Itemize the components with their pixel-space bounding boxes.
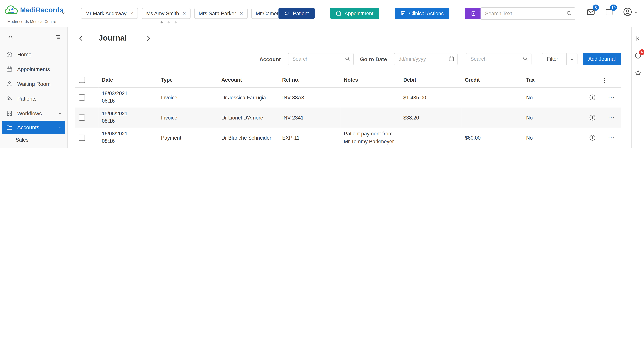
global-search-input[interactable] xyxy=(480,7,576,19)
account-search-input[interactable] xyxy=(288,53,354,65)
cell-tax: No xyxy=(523,87,583,108)
sidebar-subitem-expenses[interactable]: Expenses xyxy=(12,145,64,148)
cell-account: Dr Lionel D'Amore xyxy=(218,108,279,128)
column-header-account[interactable]: Account xyxy=(218,72,279,87)
patient-tab-1[interactable]: Mr Mark Addaway × xyxy=(81,8,138,19)
close-icon[interactable]: × xyxy=(130,10,133,16)
journal-search-input[interactable] xyxy=(466,53,532,65)
chevron-down-icon xyxy=(58,111,62,116)
row-checkbox[interactable] xyxy=(79,94,85,101)
sidebar: Home Appointments Waiting Room Patients … xyxy=(0,27,68,148)
cell-date: 18/03/2021 08:16 xyxy=(98,87,158,108)
recent-activity-clock-icon[interactable]: 4 xyxy=(634,52,641,59)
tab-pager-dot[interactable] xyxy=(161,21,163,23)
cell-date: 16/08/2021 08:16 xyxy=(98,128,158,148)
task-icon xyxy=(471,11,476,16)
column-header-ref-no[interactable]: Ref no. xyxy=(279,72,340,87)
cell-debit: $38.20 xyxy=(400,108,462,128)
accounts-submenu: SalesExpensesDistributionsJournalReconci… xyxy=(0,134,68,148)
clinical-actions-icon xyxy=(400,11,406,16)
table-row[interactable]: 15/06/2021 08:16 Invoice Dr Lionel D'Amo… xyxy=(75,108,621,128)
home-icon xyxy=(6,51,13,57)
appointment-icon xyxy=(336,11,341,16)
patient-tab-label: Mrs Sara Parker xyxy=(199,10,236,16)
info-icon[interactable] xyxy=(589,94,596,101)
search-icon[interactable] xyxy=(522,56,528,61)
cell-debit: $1,435.00 xyxy=(400,87,462,108)
appointment-button[interactable]: Appointment xyxy=(330,8,379,19)
cell-notes xyxy=(340,87,400,108)
mail-icon[interactable]: 8 xyxy=(586,7,595,16)
journal-table: Date Type Account Ref no. Notes Debit Cr… xyxy=(75,72,621,148)
tab-pager-dot[interactable] xyxy=(174,21,176,23)
row-menu-icon[interactable]: ⋯ xyxy=(608,94,615,101)
goto-date-label: Go to Date xyxy=(360,56,387,62)
info-icon[interactable] xyxy=(589,114,596,121)
column-header-credit[interactable]: Credit xyxy=(462,72,523,87)
brand-logo[interactable]: MediRecords xyxy=(4,5,64,15)
back-button[interactable] xyxy=(77,34,85,42)
brand-chevron-down-icon[interactable] xyxy=(61,10,66,15)
close-icon[interactable]: × xyxy=(183,10,186,16)
search-icon[interactable] xyxy=(566,10,572,16)
patient-tab-label: Mr Mark Addaway xyxy=(85,10,126,16)
close-icon[interactable]: × xyxy=(240,10,243,16)
practice-name: Medirecords Medical Centre xyxy=(8,19,56,24)
cell-account: Dr Blanche Schneider xyxy=(218,128,279,148)
cell-ref-no: EXP-11 xyxy=(279,128,340,148)
filter-dropdown[interactable]: Filter xyxy=(542,53,578,65)
patient-tab-2[interactable]: Ms Amy Smith × xyxy=(142,8,190,19)
collapse-sidebar-icon[interactable] xyxy=(8,34,14,40)
select-all-checkbox[interactable] xyxy=(79,77,85,83)
forward-button[interactable] xyxy=(144,34,152,42)
row-menu-icon[interactable]: ⋯ xyxy=(608,134,615,141)
info-icon[interactable] xyxy=(589,134,596,141)
tab-pager-dot[interactable] xyxy=(168,21,170,23)
calendar-icon[interactable] xyxy=(448,56,454,61)
add-journal-button[interactable]: Add Journal xyxy=(583,53,621,65)
user-avatar-icon xyxy=(623,7,632,16)
cell-notes xyxy=(340,108,400,128)
cell-ref-no: INV-33A3 xyxy=(279,87,340,108)
row-checkbox[interactable] xyxy=(79,135,85,141)
table-options-icon[interactable]: ⋮ xyxy=(602,76,608,83)
column-header-type[interactable]: Type xyxy=(158,72,218,87)
global-search xyxy=(480,7,576,19)
table-row[interactable]: 18/03/2021 08:16 Invoice Dr Jessica Farr… xyxy=(75,87,621,108)
brand-name: MediRecords xyxy=(20,6,64,14)
chevron-down-icon[interactable] xyxy=(566,53,577,65)
row-menu-icon[interactable]: ⋯ xyxy=(608,114,615,121)
row-checkbox[interactable] xyxy=(79,114,85,121)
column-header-date[interactable]: Date xyxy=(98,72,158,87)
patient-tab-3[interactable]: Mrs Sara Parker × xyxy=(194,8,248,19)
sidebar-item-patients[interactable]: Patients xyxy=(0,91,68,106)
clinical-actions-button[interactable]: Clinical Actions xyxy=(395,8,450,19)
sidebar-item-accounts[interactable]: Accounts xyxy=(2,121,65,134)
action-button-label: Clinical Actions xyxy=(409,10,444,16)
tabs-scroll-next-icon[interactable]: › xyxy=(261,9,265,17)
header-icons: 8 10 xyxy=(586,7,638,16)
user-menu[interactable] xyxy=(623,7,638,16)
patient-button[interactable]: Patient xyxy=(278,8,314,19)
favorites-star-icon[interactable] xyxy=(634,69,641,76)
page-title: Journal xyxy=(98,34,127,43)
sidebar-subitem-sales[interactable]: Sales xyxy=(12,134,64,145)
accounts-folder-icon xyxy=(6,124,13,131)
action-button-label: Patient xyxy=(293,10,309,16)
column-header-notes[interactable]: Notes xyxy=(340,72,400,87)
sidebar-item-workflows[interactable]: Workflows xyxy=(0,106,68,121)
user-chevron-down-icon xyxy=(634,10,638,14)
table-row[interactable]: 16/08/2021 08:16 Payment Dr Blanche Schn… xyxy=(75,128,621,148)
goto-date-input[interactable] xyxy=(394,53,458,65)
expand-panel-icon[interactable] xyxy=(634,35,641,42)
sidebar-item-appointments[interactable]: Appointments xyxy=(0,61,68,76)
search-icon[interactable] xyxy=(344,56,350,61)
column-header-debit[interactable]: Debit xyxy=(400,72,462,87)
right-rail: 4 xyxy=(631,27,644,148)
sidebar-item-waiting-room[interactable]: Waiting Room xyxy=(0,76,68,91)
menu-list-icon[interactable] xyxy=(55,34,61,40)
calendar-icon[interactable]: 10 xyxy=(605,8,613,16)
column-header-tax[interactable]: Tax xyxy=(523,72,583,87)
sidebar-item-home[interactable]: Home xyxy=(0,47,68,61)
appointments-icon xyxy=(6,66,13,72)
